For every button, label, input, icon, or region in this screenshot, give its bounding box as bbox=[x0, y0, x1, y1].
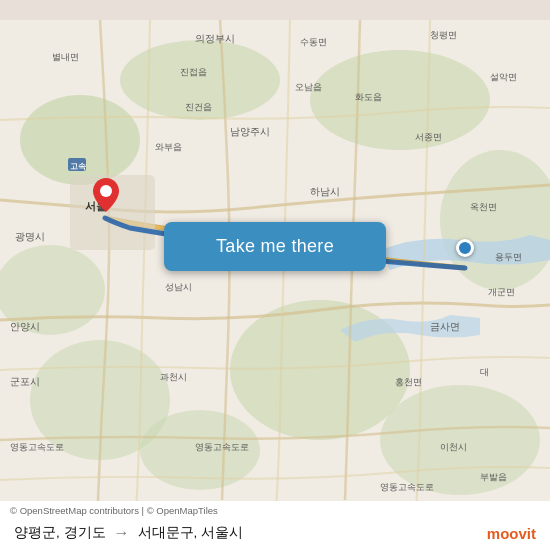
svg-text:안양시: 안양시 bbox=[10, 321, 40, 332]
route-info: 양평군, 경기도 → 서대문구, 서울시 moovit bbox=[0, 518, 550, 550]
svg-text:성남시: 성남시 bbox=[165, 282, 192, 292]
attribution-text: © OpenStreetMap contributors | © OpenMap… bbox=[0, 501, 550, 518]
svg-text:용두면: 용두면 bbox=[495, 252, 522, 262]
svg-text:화도읍: 화도읍 bbox=[355, 92, 382, 102]
attribution-label: © OpenStreetMap contributors | © OpenMap… bbox=[10, 505, 218, 516]
origin-marker bbox=[93, 178, 119, 216]
svg-text:옥천면: 옥천면 bbox=[470, 202, 497, 212]
svg-text:와부읍: 와부읍 bbox=[155, 142, 182, 152]
svg-point-44 bbox=[100, 185, 112, 197]
svg-text:영동고속도로: 영동고속도로 bbox=[380, 482, 434, 492]
svg-text:군포시: 군포시 bbox=[10, 376, 40, 387]
svg-text:과천시: 과천시 bbox=[160, 372, 187, 382]
svg-point-3 bbox=[310, 50, 490, 150]
route-arrow-icon: → bbox=[114, 524, 130, 542]
svg-text:별내면: 별내면 bbox=[52, 52, 79, 62]
svg-text:개군면: 개군면 bbox=[488, 287, 515, 297]
svg-text:청평면: 청평면 bbox=[430, 30, 457, 40]
svg-text:영동고속도로: 영동고속도로 bbox=[195, 442, 249, 452]
svg-point-1 bbox=[20, 95, 140, 185]
svg-text:진건읍: 진건읍 bbox=[185, 102, 212, 112]
svg-text:광명시: 광명시 bbox=[15, 231, 45, 242]
svg-text:영동고속도로: 영동고속도로 bbox=[10, 442, 64, 452]
svg-text:수동면: 수동면 bbox=[300, 37, 327, 47]
svg-text:고속: 고속 bbox=[70, 162, 86, 171]
svg-text:오남읍: 오남읍 bbox=[295, 82, 322, 92]
svg-text:의정부시: 의정부시 bbox=[195, 33, 235, 44]
take-me-there-label: Take me there bbox=[216, 236, 334, 257]
moovit-brand: moovit bbox=[487, 525, 536, 542]
map-background: 의정부시 별내면 진접읍 수동면 청평면 오남읍 진건읍 화도읍 설악면 남양주… bbox=[0, 0, 550, 550]
svg-text:이천시: 이천시 bbox=[440, 442, 467, 452]
svg-text:금사면: 금사면 bbox=[430, 321, 460, 332]
take-me-there-button[interactable]: Take me there bbox=[164, 222, 386, 271]
to-location: 서대문구, 서울시 bbox=[138, 524, 244, 542]
svg-text:대: 대 bbox=[480, 367, 489, 377]
svg-point-7 bbox=[380, 385, 540, 495]
svg-text:하남시: 하남시 bbox=[310, 186, 340, 197]
svg-text:남양주시: 남양주시 bbox=[230, 126, 270, 137]
moovit-logo: moovit bbox=[487, 525, 536, 542]
from-location: 양평군, 경기도 bbox=[14, 524, 106, 542]
footer: © OpenStreetMap contributors | © OpenMap… bbox=[0, 501, 550, 550]
svg-text:홍천면: 홍천면 bbox=[395, 377, 422, 387]
destination-marker bbox=[456, 239, 474, 257]
map-container: 의정부시 별내면 진접읍 수동면 청평면 오남읍 진건읍 화도읍 설악면 남양주… bbox=[0, 0, 550, 550]
svg-text:부발읍: 부발읍 bbox=[480, 472, 507, 482]
svg-text:진접읍: 진접읍 bbox=[180, 67, 207, 77]
svg-text:설악면: 설악면 bbox=[490, 72, 517, 82]
svg-text:서종면: 서종면 bbox=[415, 132, 442, 142]
